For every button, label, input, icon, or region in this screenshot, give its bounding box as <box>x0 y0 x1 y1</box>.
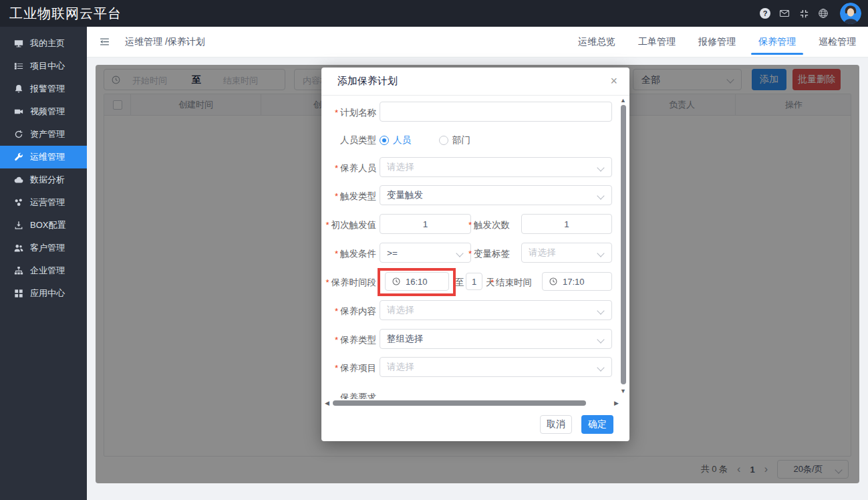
maintain-person-label: *保养人员 <box>321 162 376 174</box>
sidebar-item-alarms[interactable]: 报警管理 <box>0 78 87 100</box>
sidebar: 我的主页 项目中心 报警管理 视频管理 资产管理 运维管理 数据分析 运营管理 <box>0 27 87 500</box>
chevron-down-icon <box>597 164 604 171</box>
scroll-left-icon[interactable]: ◀ <box>325 400 329 406</box>
sidebar-item-data-analysis[interactable]: 数据分析 <box>0 168 87 191</box>
sidebar-item-projects[interactable]: 项目中心 <box>0 55 87 78</box>
chevron-down-icon <box>597 364 604 371</box>
trigger-count-input[interactable]: 1 <box>521 214 612 234</box>
maintain-item-select[interactable]: 请选择 <box>380 357 612 377</box>
modal-header: 添加保养计划 × <box>321 68 629 96</box>
variable-tag-label: *变量标签 <box>455 248 510 260</box>
plan-name-label: *计划名称 <box>321 107 376 119</box>
cancel-button[interactable]: 取消 <box>540 415 572 434</box>
scroll-down-icon[interactable]: ▼ <box>620 388 626 394</box>
app-root: 工业物联网云平台 ? 我的主页 项目中心 <box>0 0 868 500</box>
monitor-icon <box>13 39 23 49</box>
chevron-down-icon <box>597 249 604 257</box>
trigger-condition-label: *触发条件 <box>321 248 376 260</box>
app-title: 工业物联网云平台 <box>0 5 122 23</box>
confirm-button[interactable]: 确定 <box>581 415 613 434</box>
add-maintenance-plan-modal: 添加保养计划 × *计划名称 人员类型 人员 部门 *保养人员 请选择 <box>321 68 629 441</box>
top-header: 工业物联网云平台 ? <box>0 0 868 27</box>
tab-inspection-mgmt[interactable]: 巡检管理 <box>817 27 857 57</box>
chevron-down-icon <box>597 307 604 314</box>
end-time-label: *结束时间 <box>477 277 532 289</box>
grid-icon <box>13 289 23 299</box>
sidebar-item-ops[interactable]: 运维管理 <box>0 146 87 168</box>
sidebar-item-enterprise[interactable]: 企业管理 <box>0 259 87 282</box>
top-tabs: 运维总览 工单管理 报修管理 保养管理 巡检管理 <box>577 27 857 57</box>
recycle-icon <box>13 130 23 140</box>
video-camera-icon <box>13 107 23 117</box>
department-radio[interactable] <box>439 136 448 145</box>
maintain-type-label: *保养类型 <box>321 334 376 346</box>
annotation-highlight-box <box>378 268 456 296</box>
scroll-right-icon[interactable]: ▶ <box>614 400 619 406</box>
tab-maintenance-mgmt[interactable]: 保养管理 <box>757 27 797 57</box>
vertical-scroll-thumb[interactable] <box>621 105 626 384</box>
chevron-down-icon <box>597 192 604 199</box>
sidebar-item-home[interactable]: 我的主页 <box>0 32 87 55</box>
modal-body: *计划名称 人员类型 人员 部门 *保养人员 请选择 *触发类型 变量触发 <box>321 96 629 399</box>
modal-horizontal-scrollbar[interactable]: ◀ ▶ <box>321 400 629 407</box>
list-icon <box>13 61 23 72</box>
users-icon <box>13 243 23 253</box>
trigger-count-label: *触发次数 <box>455 219 510 231</box>
sidebar-item-app-center[interactable]: 应用中心 <box>0 282 87 305</box>
help-icon[interactable]: ? <box>760 8 770 19</box>
scroll-up-icon[interactable]: ▲ <box>620 98 626 104</box>
clock-icon <box>549 277 558 286</box>
variable-tag-select[interactable]: 请选择 <box>521 243 612 263</box>
globe-icon[interactable] <box>818 8 829 19</box>
horizontal-scroll-thumb[interactable] <box>333 400 586 406</box>
download-icon <box>13 221 23 231</box>
maintain-content-label: *保养内容 <box>321 305 376 318</box>
maintain-type-select[interactable]: 整组选择 <box>380 329 612 349</box>
menu-fold-icon[interactable] <box>99 36 110 47</box>
plan-name-input[interactable] <box>380 102 612 122</box>
wrench-icon <box>13 152 23 162</box>
close-icon[interactable]: × <box>610 75 617 87</box>
maintain-item-label: *保养项目 <box>321 362 376 374</box>
department-radio-label[interactable]: 部门 <box>452 134 470 146</box>
cloud-icon <box>13 175 23 185</box>
mail-icon[interactable] <box>779 8 790 19</box>
breadcrumb: 运维管理 /保养计划 <box>125 36 205 48</box>
tab-repair-mgmt[interactable]: 报修管理 <box>697 27 737 57</box>
sidebar-item-video[interactable]: 视频管理 <box>0 100 87 123</box>
person-radio[interactable] <box>380 136 389 145</box>
trigger-type-label: *触发类型 <box>321 191 376 203</box>
maintain-requirement-label: 保养要求 <box>321 392 376 399</box>
modal-title: 添加保养计划 <box>337 75 398 88</box>
person-radio-label[interactable]: 人员 <box>393 134 411 146</box>
maintain-content-select[interactable]: 请选择 <box>380 300 612 320</box>
compress-icon[interactable] <box>799 8 809 19</box>
sidebar-item-operation[interactable]: 运营管理 <box>0 191 87 214</box>
chevron-down-icon <box>597 336 604 343</box>
bell-icon <box>13 84 23 94</box>
maintain-person-select[interactable]: 请选择 <box>380 157 612 177</box>
user-avatar[interactable] <box>840 3 861 24</box>
modal-vertical-scrollbar[interactable]: ▲ ▼ <box>619 96 627 399</box>
breadcrumb-bar: 运维管理 /保养计划 运维总览 工单管理 报修管理 保养管理 巡检管理 <box>87 27 868 57</box>
maintain-period-label: *保养时间段 <box>321 277 376 289</box>
tab-ops-overview[interactable]: 运维总览 <box>577 27 617 57</box>
sitemap-icon <box>13 266 23 276</box>
person-type-label: 人员类型 <box>321 134 376 146</box>
modal-footer: 取消 确定 <box>321 407 629 441</box>
sidebar-item-assets[interactable]: 资产管理 <box>0 123 87 146</box>
sidebar-item-box-config[interactable]: BOX配置 <box>0 214 87 237</box>
cluster-icon <box>13 198 23 208</box>
sidebar-item-customers[interactable]: 客户管理 <box>0 237 87 259</box>
end-time-picker[interactable]: 17:10 <box>542 272 612 291</box>
period-separator: 至 <box>455 277 464 289</box>
first-trigger-label: *初次触发值 <box>321 219 376 231</box>
tab-work-orders[interactable]: 工单管理 <box>637 27 677 57</box>
trigger-type-select[interactable]: 变量触发 <box>380 185 612 205</box>
